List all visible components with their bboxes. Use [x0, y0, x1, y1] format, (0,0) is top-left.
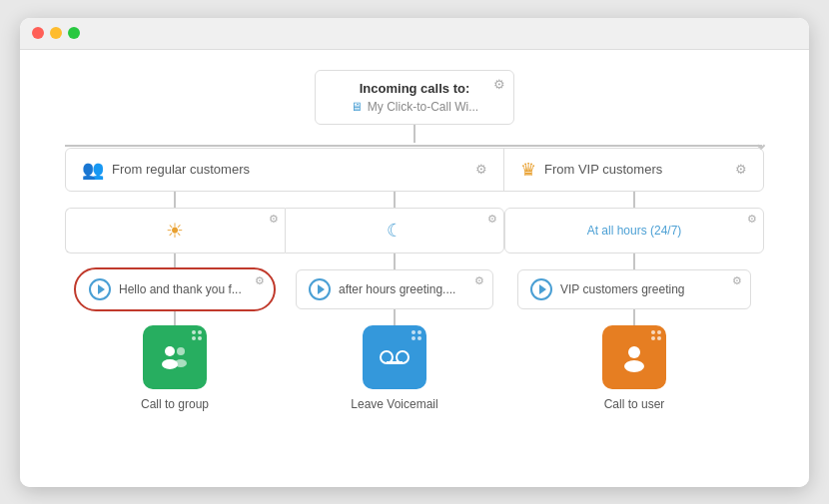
leave-voicemail-item[interactable]: Leave Voicemail — [351, 325, 437, 411]
greeting-node-mid[interactable]: after hours greeting.... ⚙ — [296, 269, 493, 309]
gear-night-icon[interactable]: ⚙ — [487, 213, 497, 226]
traffic-lights — [32, 27, 80, 39]
main-content: ⚙ Incoming calls to: 🖥 My Click-to-Call … — [20, 50, 809, 487]
incoming-gear-icon[interactable]: ⚙ — [493, 77, 505, 92]
call-to-group-label: Call to group — [141, 397, 209, 411]
dots-mid — [412, 330, 421, 340]
leave-voicemail-label: Leave Voicemail — [351, 397, 437, 411]
svg-rect-6 — [387, 361, 403, 364]
vip-label: From VIP customers — [544, 162, 662, 177]
day-sun-icon: ☀ — [166, 219, 184, 243]
titlebar — [20, 18, 809, 50]
greeting-label-left: Hello and thank you f... — [119, 282, 242, 296]
crown-icon: ♛ — [520, 159, 536, 181]
group-icon: 👥 — [82, 159, 104, 181]
regular-label: From regular customers — [112, 162, 250, 177]
gear-day-icon[interactable]: ⚙ — [269, 213, 279, 226]
call-to-group-item[interactable]: Call to group — [141, 325, 209, 411]
svg-point-8 — [624, 360, 644, 372]
gear-greeting-right[interactable]: ⚙ — [732, 274, 742, 287]
call-to-user-label: Call to user — [604, 397, 665, 411]
app-window: ⚙ Incoming calls to: 🖥 My Click-to-Call … — [20, 18, 809, 487]
gear-greeting-left[interactable]: ⚙ — [255, 274, 265, 287]
greeting-label-mid: after hours greeting.... — [339, 282, 455, 296]
regular-customers-condition[interactable]: 👥 From regular customers ⚙ — [66, 149, 503, 191]
condition-gear-right[interactable]: ⚙ — [735, 162, 747, 177]
condition-gear-left[interactable]: ⚙ — [475, 162, 487, 177]
dots-left — [192, 330, 202, 340]
connector-1 — [414, 125, 415, 143]
incoming-calls-node: ⚙ Incoming calls to: 🖥 My Click-to-Call … — [315, 70, 514, 125]
leave-voicemail-icon[interactable] — [363, 325, 426, 389]
greeting-label-right: VIP customers greeting — [560, 282, 685, 296]
night-moon-icon: ☾ — [387, 220, 403, 242]
play-btn-mid[interactable] — [309, 278, 331, 300]
svg-point-2 — [177, 347, 185, 355]
call-to-user-item[interactable]: Call to user — [602, 325, 666, 411]
incoming-subtitle: 🖥 My Click-to-Call Wi... — [334, 100, 495, 114]
gear-greeting-mid[interactable]: ⚙ — [474, 274, 484, 287]
close-button[interactable] — [32, 27, 44, 39]
svg-point-7 — [628, 346, 640, 358]
play-btn-left[interactable] — [89, 278, 111, 300]
incoming-title: Incoming calls to: — [334, 81, 495, 96]
all-hours-label: At all hours (24/7) — [587, 224, 682, 238]
call-to-group-icon[interactable] — [143, 325, 207, 389]
svg-point-0 — [165, 346, 175, 356]
condition-bar: 👥 From regular customers ⚙ ♛ From VIP cu… — [65, 148, 764, 192]
vip-customers-condition[interactable]: ♛ From VIP customers ⚙ — [503, 149, 763, 191]
greeting-node-left[interactable]: Hello and thank you f... ⚙ — [76, 269, 274, 309]
play-btn-right[interactable] — [530, 278, 552, 300]
dots-right — [651, 330, 661, 340]
minimize-button[interactable] — [50, 27, 62, 39]
greeting-node-right[interactable]: VIP customers greeting ⚙ — [517, 269, 751, 309]
gear-allhours-icon[interactable]: ⚙ — [747, 213, 757, 226]
svg-point-3 — [175, 359, 187, 367]
maximize-button[interactable] — [68, 27, 80, 39]
call-to-user-icon[interactable] — [602, 325, 666, 389]
